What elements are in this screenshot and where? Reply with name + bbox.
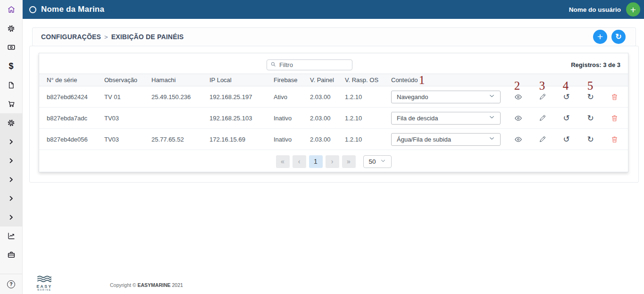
sidebar-item-settings-secondary[interactable] <box>0 113 22 132</box>
table-header-row: N° de série Observação Hamachi IP Local … <box>39 74 628 86</box>
sidebar-item-finance[interactable]: $ <box>0 57 22 76</box>
cell-ip-local: 172.16.15.69 <box>209 136 274 143</box>
topbar: Nome da Marina Nome do usuário + <box>23 0 644 19</box>
sidebar-item-shop[interactable] <box>0 94 22 113</box>
chevron-down-icon <box>489 93 495 101</box>
column-header-observacao: Observação <box>104 76 151 84</box>
sidebar-item-menu-1[interactable] <box>0 132 22 151</box>
shopping-cart-icon <box>7 100 16 108</box>
pagination-prev-button[interactable]: ‹ <box>293 155 306 168</box>
sidebar-item-documents[interactable] <box>0 76 22 94</box>
toolbar-actions: + ↻ <box>593 30 626 44</box>
conteudo-select[interactable]: Fila de descida <box>391 112 501 125</box>
view-button[interactable] <box>506 135 530 143</box>
column-header-hamachi: Hamachi <box>151 76 209 84</box>
pagination-first-button[interactable]: « <box>276 155 290 168</box>
briefcase-icon <box>7 251 16 259</box>
column-header-firebase: Firebase <box>274 76 310 84</box>
pagination-last-button[interactable]: » <box>342 155 356 168</box>
sidebar-item-cash[interactable] <box>0 38 22 57</box>
refresh-row-button[interactable]: ↻ <box>578 135 602 143</box>
cell-hamachi: 25.77.65.52 <box>151 136 209 143</box>
user-name[interactable]: Nome do usuário <box>569 6 621 13</box>
logo-text-easy: EASY <box>35 285 54 288</box>
cell-firebase: Ativo <box>274 93 310 101</box>
table-row: b827ebd62424 TV 01 25.49.150.236 192.168… <box>39 86 628 108</box>
gear-icon <box>7 118 16 127</box>
sidebar-item-menu-3[interactable] <box>0 170 22 189</box>
delete-button[interactable] <box>602 114 627 122</box>
chevron-right-icon <box>8 158 14 164</box>
delete-button[interactable] <box>602 135 627 143</box>
document-icon <box>7 81 15 89</box>
edit-button[interactable] <box>530 114 554 122</box>
pagination: « ‹ 1 › » 50 <box>39 150 628 173</box>
column-header-v-rasp-os: V. Rasp. OS <box>345 76 391 84</box>
easymarine-logo: EASY MARINE <box>35 276 54 291</box>
delete-button[interactable] <box>602 93 627 101</box>
view-button[interactable] <box>506 114 530 122</box>
sidebar-item-services[interactable] <box>0 245 22 264</box>
pagination-next-button[interactable]: › <box>326 155 339 168</box>
column-header-serial: N° de série <box>47 76 104 84</box>
edit-button[interactable] <box>530 135 554 143</box>
dollar-icon: $ <box>8 62 13 70</box>
undo-rotate-icon: ↺ <box>563 93 569 101</box>
cell-observacao: TV 01 <box>104 93 151 101</box>
refresh-list-button[interactable]: ↻ <box>611 30 626 44</box>
sidebar-item-menu-2[interactable] <box>0 151 22 170</box>
breadcrumb-section: CONFIGURAÇÕES <box>41 33 101 41</box>
content-panel: Registros: 3 de 3 N° de série Observação… <box>29 46 639 183</box>
redo-rotate-icon: ↻ <box>587 135 594 143</box>
column-header-conteudo: Conteúdo <box>391 76 506 84</box>
sidebar-item-menu-4[interactable] <box>0 189 22 208</box>
sidebar-item-settings[interactable] <box>0 19 22 38</box>
chevron-right-icon <box>8 195 14 202</box>
cell-v-painel: 2.03.00 <box>310 136 345 143</box>
cell-ip-local: 192.168.25.103 <box>209 115 274 122</box>
page-size-select[interactable]: 50 <box>363 155 392 168</box>
sidebar-item-help[interactable]: ? <box>0 275 22 294</box>
sidebar-item-home[interactable] <box>0 0 22 19</box>
filter-input[interactable] <box>279 61 349 68</box>
sidebar-divider <box>0 274 22 274</box>
cell-serial: b827ebd62424 <box>47 93 104 101</box>
refresh-row-button[interactable]: ↻ <box>578 114 602 122</box>
redo-rotate-icon: ↻ <box>587 93 594 101</box>
restart-button[interactable]: ↺ <box>554 114 578 122</box>
restart-button[interactable]: ↺ <box>554 93 578 101</box>
sidebar-item-menu-5[interactable] <box>0 208 22 227</box>
restart-button[interactable]: ↺ <box>554 135 578 143</box>
page-size-value: 50 <box>368 158 376 165</box>
filter-box <box>267 59 352 70</box>
search-icon <box>270 61 276 69</box>
refresh-row-button[interactable]: ↻ <box>578 93 602 101</box>
breadcrumb-bar: CONFIGURAÇÕES > EXIBIÇÃO DE PAINÉIS + ↻ <box>32 27 636 46</box>
view-button[interactable] <box>506 93 530 101</box>
add-panel-button[interactable]: + <box>593 30 607 44</box>
sidebar: $ ? <box>0 0 23 294</box>
plus-icon: + <box>630 5 636 15</box>
plus-icon: + <box>597 32 603 42</box>
breadcrumb-separator: > <box>104 34 108 41</box>
cell-serial: b827eb4de056 <box>47 136 104 143</box>
cell-v-rasp-os: 1.2.10 <box>345 115 391 122</box>
help-icon: ? <box>7 280 15 288</box>
panels-table-card: Registros: 3 de 3 N° de série Observação… <box>39 53 628 172</box>
sidebar-item-reports[interactable] <box>0 227 22 245</box>
cell-hamachi: 25.49.150.236 <box>151 93 209 101</box>
column-header-v-painel: V. Painel <box>310 76 345 84</box>
user-add-button[interactable]: + <box>626 2 640 17</box>
refresh-icon: ↻ <box>615 33 621 41</box>
cash-icon <box>7 43 16 51</box>
chevron-down-icon <box>489 114 495 122</box>
cell-v-rasp-os: 1.2.10 <box>345 136 391 143</box>
cell-v-painel: 2.03.00 <box>310 93 345 101</box>
pagination-page-1-button[interactable]: 1 <box>309 155 323 168</box>
conteudo-selected-value: Água/Fila de subida <box>397 136 451 143</box>
conteudo-select[interactable]: Água/Fila de subida <box>391 133 501 146</box>
table-row: b827ebda7adc TV03 192.168.25.103 Inativo… <box>39 108 628 129</box>
conteudo-select[interactable]: Navegando <box>391 91 501 103</box>
chevron-down-icon <box>489 135 495 143</box>
edit-button[interactable] <box>530 93 554 101</box>
